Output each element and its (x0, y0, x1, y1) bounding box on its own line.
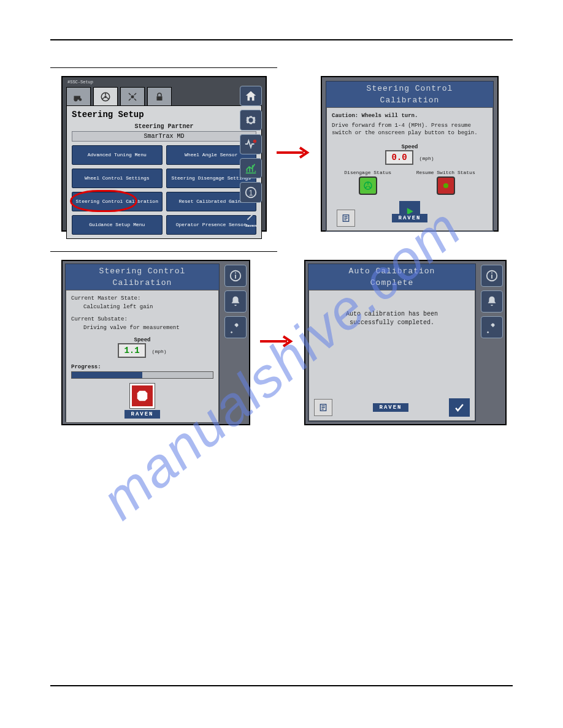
section-rule-2 (50, 251, 277, 252)
cal-prog-frame: Steering Control Calibration Current Mas… (65, 264, 220, 422)
speed-label-2: Speed (71, 337, 213, 343)
tab-satellite[interactable] (120, 87, 145, 105)
panel-cal-progress: Steering Control Calibration Current Mas… (61, 260, 250, 425)
row-2: Steering Control Calibration Current Mas… (61, 260, 513, 425)
partner-value[interactable]: SmarTrax MD (72, 131, 256, 142)
side-tools-icon[interactable] (224, 316, 247, 338)
stop-button[interactable] (130, 384, 155, 408)
disengage-label: Disengage Status (344, 170, 391, 175)
svg-point-1 (74, 97, 78, 101)
raven-badge-3: RAVEN (124, 410, 159, 419)
asc-label: #SSC-Setup (67, 80, 93, 85)
complete-msg: Auto calibration has been successfully c… (314, 295, 470, 327)
disengage-status: Disengage Status (344, 170, 391, 196)
svg-rect-16 (235, 273, 236, 274)
speed-label: Speed (332, 144, 488, 150)
complete-line-2: successfully completed. (314, 319, 470, 327)
caution-text: Caution: Wheels will turn. (332, 113, 488, 119)
disengage-indicator (359, 176, 377, 195)
cal-title-1: Steering Control (326, 82, 493, 96)
side-chart-icon[interactable] (240, 158, 262, 178)
notes-button[interactable] (337, 210, 355, 227)
confirm-button[interactable] (449, 398, 470, 417)
partner-label: Steering Partner (72, 123, 256, 130)
resume-status: Resume Switch Status (416, 170, 475, 196)
cal-comp-frame: Auto Calibration Complete Auto calibrati… (308, 264, 476, 422)
speed-block: Speed 0.0 (mph) (332, 144, 488, 165)
progress-label: Progress: (71, 364, 213, 370)
master-state-value: Calculating left gain (71, 304, 213, 310)
speed-unit: (mph) (419, 156, 434, 161)
cal-prog-title-2: Calibration (66, 278, 219, 290)
setup-card: Steering Setup Steering Partner SmarTrax… (66, 105, 262, 239)
side-num1-icon[interactable]: 1 (240, 182, 262, 202)
cal-comp-body: Auto calibration has been successfully c… (308, 290, 475, 421)
btn-adv-tuning[interactable]: Advanced Tuning Menu (72, 145, 163, 165)
panel-cal-complete: Auto Calibration Complete Auto calibrati… (304, 260, 507, 425)
tabs (63, 85, 266, 105)
row-1: #SSC-Setup Steering Setup Steering Partn… (61, 76, 513, 232)
raven-badge-4: RAVEN (373, 403, 408, 412)
cal-title-2: Calibration (326, 96, 493, 107)
side-info-icon[interactable] (224, 265, 247, 287)
arrow-2 (259, 334, 296, 352)
cal-prog-title-1: Steering Control (66, 264, 219, 278)
footer-row-4: RAVEN (314, 398, 470, 417)
cal-prog-body: Current Master State: Calculating left g… (66, 290, 219, 423)
speed-value: 0.0 (385, 150, 413, 165)
footer-row: RAVEN (332, 210, 488, 227)
setup-title: Steering Setup (72, 110, 256, 119)
tab-steering[interactable] (93, 87, 118, 105)
side-home-icon[interactable]: Raven (240, 86, 262, 106)
arrow-1 (275, 145, 312, 163)
btn-steer-cal[interactable]: Steering Control Calibration (72, 192, 163, 211)
raven-center: RAVEN (71, 411, 213, 417)
side-bell-icon-4[interactable] (481, 290, 503, 313)
svg-rect-15 (235, 275, 236, 278)
cal-frame: Steering Control Calibration Caution: Wh… (326, 81, 494, 232)
side-info-icon-4[interactable] (481, 265, 503, 287)
speed-value-2: 1.1 (118, 343, 145, 358)
svg-marker-13 (137, 391, 148, 401)
resume-label: Resume Switch Status (416, 170, 475, 175)
svg-rect-20 (491, 273, 492, 274)
svg-point-11 (443, 183, 448, 188)
section-rule-1 (50, 67, 277, 68)
status-row: Disengage Status Resume Switch Status (332, 170, 488, 196)
svg-rect-5 (131, 95, 134, 98)
side-tools-icon-4[interactable] (481, 316, 503, 338)
progress-fill (72, 372, 142, 378)
complete-line-1: Auto calibration has been (314, 310, 470, 319)
speed-block-2: Speed 1.1 (mph) (71, 337, 213, 358)
svg-point-2 (79, 98, 82, 101)
side-pulse-icon[interactable] (240, 134, 262, 154)
panel-cal-start: Steering Control Calibration Caution: Wh… (321, 76, 499, 232)
resume-indicator (437, 176, 455, 195)
svg-rect-6 (157, 96, 163, 100)
sub-state-label: Current Substate: (71, 316, 213, 322)
svg-text:1: 1 (249, 189, 253, 197)
bottom-rule (50, 685, 513, 686)
sub-state-value: Driving valve for measurement (71, 325, 213, 331)
tab-tractor[interactable] (66, 87, 91, 105)
sidebar: Raven 1 (239, 86, 263, 227)
raven-badge: RAVEN (392, 214, 427, 222)
speed-unit-2: (mph) (152, 349, 167, 354)
cal-comp-title-2: Complete (308, 278, 475, 290)
notes-button-4[interactable] (314, 399, 332, 416)
master-state-label: Current Master State: (71, 295, 213, 301)
side-col-4 (478, 261, 505, 424)
tab-lock[interactable] (147, 87, 172, 105)
btn-wheel-control[interactable]: Wheel Control Settings (72, 169, 163, 188)
instr-text: Drive forward from 1-4 (MPH). Press resu… (332, 123, 488, 137)
side-bell-icon[interactable] (224, 290, 247, 313)
progress-bar (71, 371, 213, 379)
btn-guidance[interactable]: Guidance Setup Menu (72, 215, 163, 235)
svg-point-7 (253, 140, 257, 143)
panel-steering-setup: #SSC-Setup Steering Setup Steering Partn… (61, 76, 267, 232)
cal-comp-title-1: Auto Calibration (308, 264, 475, 278)
side-gear-icon[interactable] (240, 110, 262, 130)
top-rule (50, 39, 513, 40)
button-grid: Advanced Tuning Menu Wheel Angle Sensor … (72, 145, 256, 235)
side-col-3 (222, 261, 249, 424)
